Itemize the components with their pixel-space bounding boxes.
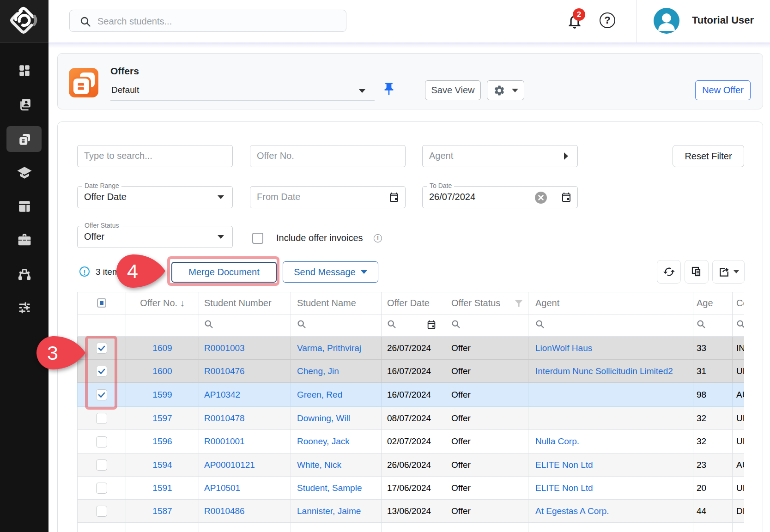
svg-text:3: 3 [47,342,58,364]
svg-text:4: 4 [127,260,138,282]
